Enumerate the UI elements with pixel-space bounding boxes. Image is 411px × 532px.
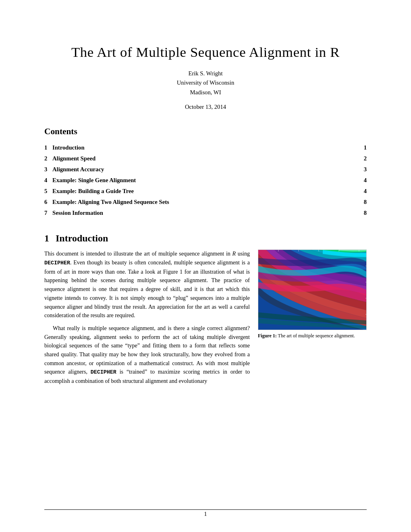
toc-title-6: Example: Aligning Two Aligned Sequence S… (52, 199, 364, 206)
figure-caption-text: The art of multiple sequence alignment. (278, 333, 355, 339)
toc-page-7: 8 (364, 210, 367, 216)
toc-item-4[interactable]: 4 Example: Single Gene Alignment 4 (44, 175, 367, 186)
toc-title-4: Example: Single Gene Alignment (52, 177, 364, 184)
toc-title-1: Introduction (52, 144, 364, 151)
bottom-rule (44, 509, 367, 510)
figure-caption: Figure 1: The art of multiple sequence a… (258, 332, 367, 339)
toc-num-1: 1 (44, 144, 52, 151)
toc-title-2: Alignment Speed (52, 155, 364, 162)
author-institution: University of Wisconsin (44, 78, 367, 87)
toc-num-7: 7 (44, 210, 52, 216)
toc-page-4: 4 (364, 177, 367, 184)
toc-page-5: 4 (364, 188, 367, 195)
figure-col: Figure 1: The art of multiple sequence a… (258, 249, 367, 339)
toc-num-4: 4 (44, 177, 52, 184)
toc-item-1[interactable]: 1 Introduction 1 (44, 142, 367, 153)
figure-label: Figure 1: (258, 333, 277, 339)
page-container: The Art of Multiple Sequence Alignment i… (0, 0, 411, 532)
main-title: The Art of Multiple Sequence Alignment i… (44, 44, 367, 60)
toc-page-6: 8 (364, 199, 367, 206)
figure-1-svg (258, 250, 367, 330)
author-location: Madison, WI (44, 88, 367, 97)
intro-text-col: This document is intended to illustrate … (44, 249, 250, 389)
toc-item-3[interactable]: 3 Alignment Accuracy 3 (44, 164, 367, 175)
toc-title-5: Example: Building a Guide Tree (52, 188, 364, 195)
intro-title: Introduction (56, 233, 108, 243)
author-name: Erik S. Wright (44, 69, 367, 78)
intro-heading: 1 Introduction (44, 233, 367, 244)
title-section: The Art of Multiple Sequence Alignment i… (44, 44, 367, 110)
figure-1-image (258, 249, 367, 330)
toc-title-7: Session Information (52, 210, 364, 216)
toc-item-6[interactable]: 6 Example: Aligning Two Aligned Sequence… (44, 197, 367, 208)
toc-item-2[interactable]: 2 Alignment Speed 2 (44, 153, 367, 164)
date-block: October 13, 2014 (44, 104, 367, 110)
author-block: Erik S. Wright University of Wisconsin M… (44, 69, 367, 97)
contents-section: Contents 1 Introduction 1 2 Alignment Sp… (44, 127, 367, 218)
toc-num-5: 5 (44, 188, 52, 195)
toc-num-6: 6 (44, 199, 52, 206)
section-num: 1 (44, 233, 49, 243)
toc-num-3: 3 (44, 166, 52, 173)
toc-page-3: 3 (364, 166, 367, 173)
toc-page-1: 1 (364, 144, 367, 151)
contents-heading: Contents (44, 127, 367, 137)
toc-page-2: 2 (364, 155, 367, 162)
intro-para2: What really is multiple sequence alignme… (44, 324, 250, 386)
toc-item-7[interactable]: 7 Session Information 8 (44, 208, 367, 218)
toc-item-5[interactable]: 5 Example: Building a Guide Tree 4 (44, 186, 367, 197)
introduction-section: 1 Introduction This document is intended… (44, 233, 367, 389)
intro-content: This document is intended to illustrate … (44, 249, 367, 389)
toc-num-2: 2 (44, 155, 52, 162)
page-number: 1 (0, 511, 411, 517)
intro-para1: This document is intended to illustrate … (44, 249, 250, 320)
toc-title-3: Alignment Accuracy (52, 166, 364, 173)
